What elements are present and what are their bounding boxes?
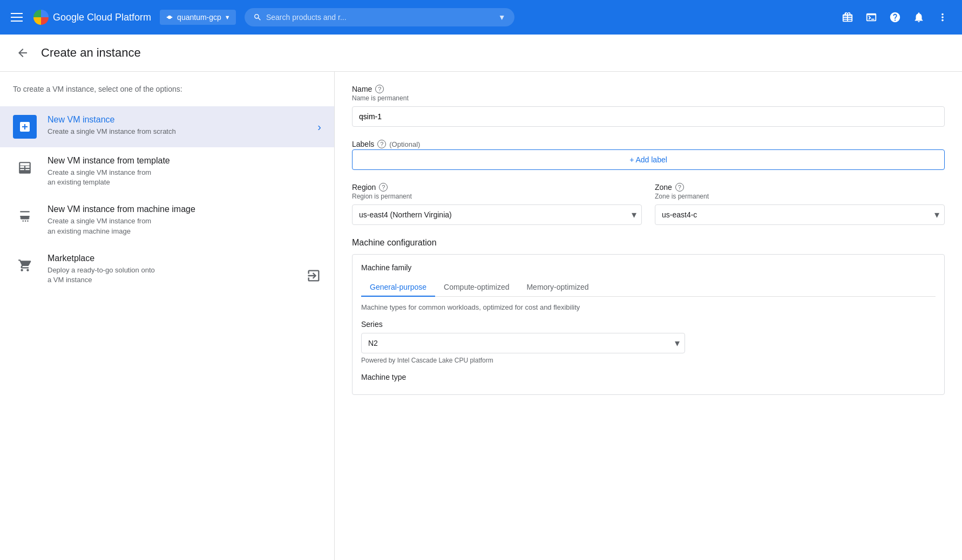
region-select[interactable]: us-east4 (Northern Virginia) us-central1…: [352, 204, 642, 225]
back-arrow-icon: [16, 46, 29, 59]
machine-config-section: Machine configuration Machine family Gen…: [352, 238, 945, 395]
svg-point-3: [171, 17, 173, 18]
marketplace-action-icon: [306, 268, 321, 285]
zone-field: Zone ? Zone is permanent us-east4-c us-e…: [655, 183, 945, 225]
zone-select-wrapper: us-east4-c us-east4-a us-east4-b ▾: [655, 204, 945, 225]
new-vm-plus-icon: [18, 120, 31, 133]
left-panel: To create a VM instance, select one of t…: [0, 72, 335, 560]
labels-section: Labels ? (Optional) + Add label: [352, 140, 945, 170]
machine-image-icon: [13, 204, 37, 228]
template-vm-text: New VM instance from template Create a s…: [48, 156, 170, 187]
region-select-wrapper: us-east4 (Northern Virginia) us-central1…: [352, 204, 642, 225]
brand-text: Google Cloud Platform: [53, 12, 151, 23]
add-label-button[interactable]: + Add label: [352, 149, 945, 170]
gcp-logo-icon: [33, 10, 49, 25]
project-icon: [165, 13, 174, 22]
machine-family-label: Machine family: [361, 263, 936, 272]
notifications-icon-btn[interactable]: [908, 6, 930, 28]
marketplace-icon: [13, 254, 37, 277]
gift-icon-btn[interactable]: [837, 6, 858, 28]
top-navigation: Google Cloud Platform quantum-gcp ▼ ▼: [0, 0, 962, 35]
region-label: Region ?: [352, 183, 642, 192]
zone-sublabel: Zone is permanent: [655, 193, 945, 200]
project-selector[interactable]: quantum-gcp ▼: [160, 10, 236, 25]
labels-label: Labels ? (Optional): [352, 140, 945, 148]
new-vm-chevron: ›: [317, 121, 321, 133]
option-machine-image-vm[interactable]: New VM instance from machine image Creat…: [0, 196, 334, 244]
name-sublabel: Name is permanent: [352, 94, 945, 102]
marketplace-text: Marketplace Deploy a ready-to-go solutio…: [48, 254, 155, 285]
machine-family-tabs: General-purpose Compute-optimized Memory…: [361, 278, 936, 297]
page-title: Create an instance: [41, 46, 141, 60]
page-header: Create an instance: [0, 35, 962, 72]
svg-point-2: [167, 17, 168, 18]
template-vm-icon: [13, 156, 37, 180]
machine-image-server-icon: [18, 209, 32, 223]
zone-help-icon[interactable]: ?: [675, 183, 684, 192]
series-select[interactable]: N2 E2 N1 N2D: [361, 333, 685, 353]
name-label: Name ?: [352, 85, 945, 93]
labels-optional: (Optional): [389, 140, 420, 148]
region-zone-row: Region ? Region is permanent us-east4 (N…: [352, 183, 945, 225]
hamburger-menu[interactable]: [9, 11, 25, 24]
machine-image-vm-title: New VM instance from machine image: [48, 204, 195, 214]
zone-select[interactable]: us-east4-c us-east4-a us-east4-b: [655, 204, 945, 225]
machine-image-vm-desc: Create a single VM instance froman exist…: [48, 216, 195, 236]
name-help-icon[interactable]: ?: [375, 85, 384, 93]
main-content: To create a VM instance, select one of t…: [0, 72, 962, 560]
template-vm-desc: Create a single VM instance froman exist…: [48, 168, 170, 187]
left-intro-text: To create a VM instance, select one of t…: [0, 85, 334, 106]
tab-description: Machine types for common workloads, opti…: [361, 303, 936, 311]
region-sublabel: Region is permanent: [352, 193, 642, 200]
option-marketplace[interactable]: Marketplace Deploy a ready-to-go solutio…: [0, 245, 334, 293]
cloud-shell-icon-btn[interactable]: [861, 6, 882, 28]
machine-config-label: Machine configuration: [352, 238, 945, 248]
new-vm-icon: [13, 115, 37, 139]
brand-logo: Google Cloud Platform: [33, 10, 151, 25]
marketplace-launch-icon: [306, 268, 321, 283]
tab-compute-optimized[interactable]: Compute-optimized: [435, 278, 518, 297]
project-name: quantum-gcp: [177, 13, 221, 22]
option-new-vm[interactable]: New VM instance Create a single VM insta…: [0, 106, 334, 147]
zone-label: Zone ?: [655, 183, 945, 192]
series-description: Powered by Intel Cascade Lake CPU platfo…: [361, 357, 936, 364]
search-bar[interactable]: ▼: [245, 8, 514, 26]
help-icon-btn[interactable]: [884, 6, 906, 28]
marketplace-title: Marketplace: [48, 254, 155, 263]
marketplace-cart-icon: [18, 258, 32, 272]
series-label: Series: [361, 320, 936, 329]
search-input[interactable]: [266, 13, 494, 22]
name-section: Name ? Name is permanent: [352, 85, 945, 127]
right-panel: Name ? Name is permanent Labels ? (Optio…: [335, 72, 962, 560]
template-vm-grid-icon: [18, 161, 32, 175]
nav-icons: [837, 6, 953, 28]
option-template-vm[interactable]: New VM instance from template Create a s…: [0, 147, 334, 196]
search-chevron[interactable]: ▼: [498, 13, 506, 22]
name-input[interactable]: [352, 106, 945, 127]
machine-type-label: Machine type: [361, 373, 936, 381]
new-vm-text: New VM instance Create a single VM insta…: [48, 115, 176, 136]
machine-config-box: Machine family General-purpose Compute-o…: [352, 254, 945, 395]
project-chevron: ▼: [225, 14, 231, 21]
new-vm-title: New VM instance: [48, 115, 176, 125]
series-select-wrapper: N2 E2 N1 N2D ▾: [361, 333, 685, 353]
tab-general-purpose[interactable]: General-purpose: [361, 278, 435, 297]
region-field: Region ? Region is permanent us-east4 (N…: [352, 183, 642, 225]
back-button[interactable]: [13, 43, 32, 63]
region-help-icon[interactable]: ?: [379, 183, 388, 192]
more-options-icon-btn[interactable]: [932, 6, 953, 28]
machine-image-vm-text: New VM instance from machine image Creat…: [48, 204, 195, 236]
tab-memory-optimized[interactable]: Memory-optimized: [518, 278, 597, 297]
template-vm-title: New VM instance from template: [48, 156, 170, 166]
labels-help-icon[interactable]: ?: [377, 140, 386, 148]
marketplace-desc: Deploy a ready-to-go solution ontoa VM i…: [48, 265, 155, 285]
new-vm-desc: Create a single VM instance from scratch: [48, 127, 176, 136]
search-icon: [253, 12, 262, 22]
